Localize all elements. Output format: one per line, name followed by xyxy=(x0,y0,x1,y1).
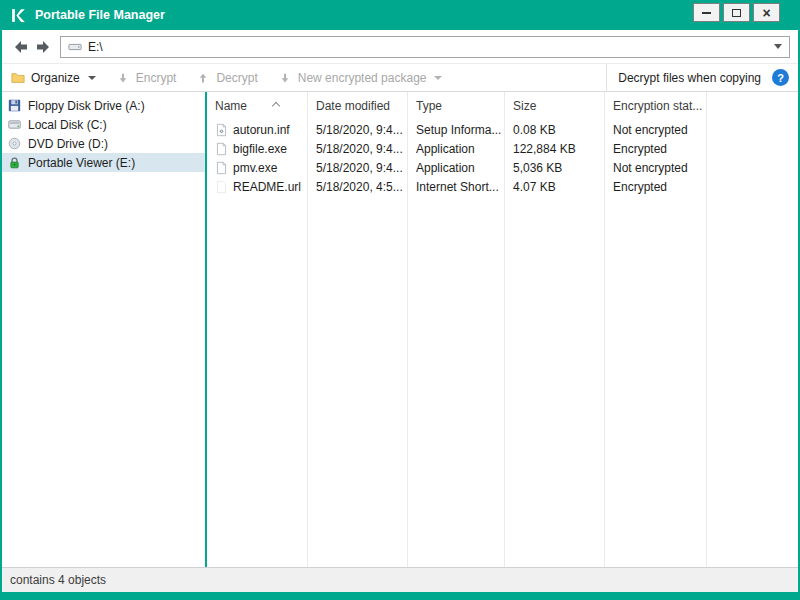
address-dropdown-icon[interactable] xyxy=(774,44,782,49)
drives-sidebar: Floppy Disk Drive (A:) Local Disk (C:) xyxy=(2,92,205,567)
forward-button[interactable] xyxy=(32,36,54,58)
column-header-label: Type xyxy=(416,99,442,113)
column-name: Name autorun.inf xyxy=(207,92,308,567)
encrypt-button[interactable]: Encrypt xyxy=(116,71,177,85)
file-name-label: pmv.exe xyxy=(233,161,277,175)
new-package-dropdown-icon xyxy=(434,76,442,80)
date-modified-cell[interactable]: 5/18/2020, 9:4... xyxy=(308,158,407,177)
close-button[interactable]: × xyxy=(753,3,780,22)
green-lock-icon xyxy=(8,156,22,170)
file-name-label: README.url xyxy=(233,180,301,194)
column-size: Size 0.08 KB 122,884 KB 5,036 KB 4.07 KB xyxy=(505,92,605,567)
sidebar-item-dvd-d[interactable]: DVD Drive (D:) xyxy=(2,134,205,153)
url-file-icon xyxy=(215,180,228,194)
decrypt-when-copying-label[interactable]: Decrypt files when copying xyxy=(618,71,761,85)
main-area: Floppy Disk Drive (A:) Local Disk (C:) xyxy=(2,92,798,567)
minimize-icon xyxy=(702,12,711,14)
column-header-size[interactable]: Size xyxy=(505,92,604,120)
sidebar-item-label: Local Disk (C:) xyxy=(28,118,107,132)
arrow-right-icon xyxy=(35,39,51,55)
sort-ascending-icon xyxy=(272,102,280,110)
file-list-empty-area xyxy=(707,92,798,567)
address-text: E:\ xyxy=(88,40,103,54)
file-list: Name autorun.inf xyxy=(207,92,798,567)
window-content: E:\ Organize Enc xyxy=(2,30,798,592)
organize-dropdown-icon xyxy=(88,76,96,80)
arrow-down-icon xyxy=(278,71,292,85)
file-name-label: bigfile.exe xyxy=(233,142,287,156)
new-encrypted-package-button[interactable]: New encrypted package xyxy=(278,71,443,85)
maximize-icon xyxy=(732,9,741,17)
size-cell[interactable]: 5,036 KB xyxy=(505,158,604,177)
column-header-type[interactable]: Type xyxy=(408,92,504,120)
kaspersky-logo-icon xyxy=(10,7,27,24)
help-icon[interactable]: ? xyxy=(772,69,789,86)
file-name-cell[interactable]: bigfile.exe xyxy=(207,139,307,158)
size-cell[interactable]: 122,884 KB xyxy=(505,139,604,158)
address-bar[interactable]: E:\ xyxy=(60,36,790,58)
sidebar-item-label: DVD Drive (D:) xyxy=(28,137,108,151)
date-modified-cell[interactable]: 5/18/2020, 9:4... xyxy=(308,120,407,139)
sidebar-item-floppy-a[interactable]: Floppy Disk Drive (A:) xyxy=(2,96,205,115)
type-cell[interactable]: Application xyxy=(408,158,504,177)
type-cell[interactable]: Internet Short... xyxy=(408,177,504,196)
toolbar-divider xyxy=(606,64,607,92)
file-name-label: autorun.inf xyxy=(233,123,290,137)
sidebar-item-portable-viewer-e[interactable]: Portable Viewer (E:) xyxy=(2,153,205,172)
dvd-disc-icon xyxy=(8,137,22,151)
organize-button[interactable]: Organize xyxy=(11,71,96,85)
window-title: Portable File Manager xyxy=(35,8,165,22)
minimize-button[interactable] xyxy=(693,3,720,22)
column-header-label: Encryption stat... xyxy=(613,99,702,113)
status-text: contains 4 objects xyxy=(10,573,106,587)
close-icon: × xyxy=(762,6,770,20)
setup-file-icon xyxy=(215,123,228,137)
column-header-label: Date modified xyxy=(316,99,390,113)
portable-file-manager-window: Portable File Manager × xyxy=(0,0,800,600)
status-bar: contains 4 objects xyxy=(2,567,798,592)
floppy-drive-icon xyxy=(8,99,22,113)
hard-disk-icon xyxy=(8,118,22,132)
encryption-status-cell[interactable]: Not encrypted xyxy=(605,120,706,139)
size-cell[interactable]: 4.07 KB xyxy=(505,177,604,196)
sidebar-item-local-disk-c[interactable]: Local Disk (C:) xyxy=(2,115,205,134)
column-header-label: Name xyxy=(215,99,247,113)
date-modified-cell[interactable]: 5/18/2020, 4:5... xyxy=(308,177,407,196)
back-button[interactable] xyxy=(10,36,32,58)
arrow-down-icon xyxy=(116,71,130,85)
encryption-status-cell[interactable]: Encrypted xyxy=(605,139,706,158)
toolbar-right: Decrypt files when copying ? xyxy=(606,64,789,91)
file-name-cell[interactable]: autorun.inf xyxy=(207,120,307,139)
column-header-encryption-status[interactable]: Encryption stat... xyxy=(605,92,706,120)
sidebar-item-label: Portable Viewer (E:) xyxy=(28,156,135,170)
encryption-status-cell[interactable]: Not encrypted xyxy=(605,158,706,177)
new-encrypted-package-label: New encrypted package xyxy=(298,71,427,85)
window-controls: × xyxy=(693,3,780,22)
column-header-date-modified[interactable]: Date modified xyxy=(308,92,407,120)
sidebar-item-label: Floppy Disk Drive (A:) xyxy=(28,99,145,113)
column-date-modified: Date modified 5/18/2020, 9:4... 5/18/202… xyxy=(308,92,408,567)
type-cell[interactable]: Application xyxy=(408,139,504,158)
column-header-label: Size xyxy=(513,99,536,113)
arrow-up-icon xyxy=(196,71,210,85)
column-encryption-status: Encryption stat... Not encrypted Encrypt… xyxy=(605,92,707,567)
column-type: Type Setup Informa... Application Applic… xyxy=(408,92,505,567)
date-modified-cell[interactable]: 5/18/2020, 9:4... xyxy=(308,139,407,158)
encrypt-label: Encrypt xyxy=(136,71,177,85)
encryption-status-cell[interactable]: Encrypted xyxy=(605,177,706,196)
drive-icon xyxy=(68,40,82,54)
decrypt-label: Decrypt xyxy=(216,71,257,85)
type-cell[interactable]: Setup Informa... xyxy=(408,120,504,139)
arrow-left-icon xyxy=(13,39,29,55)
file-name-cell[interactable]: pmv.exe xyxy=(207,158,307,177)
column-header-name[interactable]: Name xyxy=(207,92,307,120)
titlebar: Portable File Manager × xyxy=(0,0,800,30)
file-name-cell[interactable]: README.url xyxy=(207,177,307,196)
folder-icon xyxy=(11,71,25,85)
size-cell[interactable]: 0.08 KB xyxy=(505,120,604,139)
decrypt-button[interactable]: Decrypt xyxy=(196,71,257,85)
organize-label: Organize xyxy=(31,71,80,85)
maximize-button[interactable] xyxy=(723,3,750,22)
toolbar: Organize Encrypt Decrypt xyxy=(2,63,798,92)
application-file-icon xyxy=(215,161,228,175)
